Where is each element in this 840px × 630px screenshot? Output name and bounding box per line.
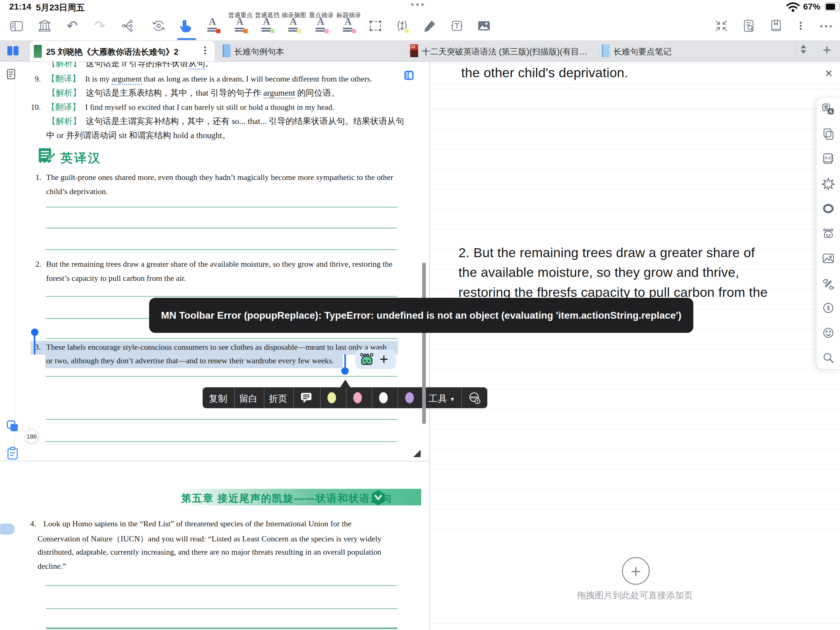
sidebar-drag-handle[interactable] [0,524,15,535]
image-tool-button[interactable] [477,18,491,34]
answer-line [46,628,397,629]
note-paragraph-line[interactable]: the available moisture, so they grow and… [458,265,739,280]
answer-line [46,207,397,207]
tab-example-notebook[interactable]: 长难句例句本 [234,46,284,57]
bookmark-button[interactable] [769,18,783,34]
undo-button[interactable]: ↶ [65,18,80,34]
tools-icon[interactable] [821,276,835,290]
close-icon[interactable]: ✕ [825,68,833,79]
search-icon[interactable] [821,351,835,365]
ai-robot-icon[interactable] [359,352,374,367]
tab-thumbnail [602,44,610,57]
sync-settings-button[interactable] [151,18,166,34]
toolbar-handle-dots[interactable]: ••• [411,0,426,10]
library-button[interactable] [37,18,52,34]
document-scrollbar[interactable] [422,263,426,424]
battery-icon [825,2,840,11]
selected-tool-indicator [177,38,196,40]
starburst-icon[interactable] [821,177,835,191]
tools-menu-button[interactable]: 工具 ▼ [429,393,455,405]
annotation-list-icon[interactable] [7,69,15,79]
pen-tool-button[interactable] [422,18,437,34]
excerpt-label: 标题摘录 [327,11,370,19]
add-excerpt-plus[interactable]: + [379,350,388,368]
pane-divider[interactable] [429,62,430,630]
image-icon[interactable] [821,251,835,266]
note-paragraph-line[interactable]: 2. But the remaining trees draw a greate… [458,245,755,260]
copy-pages-icon[interactable] [821,127,835,141]
ai-assistant-chip[interactable]: + [355,350,396,369]
selection-start-handle[interactable] [31,329,38,336]
excerpt-style-pink-button[interactable]: A [314,17,329,35]
answer-line [46,608,397,609]
selection-end-stem[interactable] [344,355,346,369]
blank-button[interactable]: 留白 [239,393,257,405]
tab-thumbnail [223,44,231,57]
doc-ex4-line4: decline.” [38,562,66,571]
currency-icon[interactable]: $ [821,301,835,315]
dictionary-icon[interactable]: A-Z [821,152,835,166]
page-edge-line [14,63,15,461]
excerpt-style-title-button[interactable]: A [341,17,356,35]
tab-active-document[interactable]: 25 刘晓艳《大雁教你语法长难句》2 [30,41,215,62]
translate-icon[interactable]: A [821,102,835,116]
more-horizontal-button[interactable] [818,18,833,34]
redo-button[interactable]: ↷ [92,18,107,34]
doc-ex1-line2: child’s deprivation. [46,187,108,196]
copy-selection-icon[interactable] [6,419,19,432]
doc-ex2-line2: forest’s capacity to pull carbon from th… [46,274,186,283]
excerpt-style-red-button[interactable]: A [206,17,221,35]
tab-grammar-book[interactable]: 十二天突破英语语法 (第三版)(扫描版)(有目录) (武... [422,46,594,57]
highlight-yellow-button[interactable] [327,392,336,403]
status-time: 21:14 [9,2,32,12]
answer-line [46,441,397,442]
highlight-purple-button[interactable] [405,392,414,403]
sidebar-toggle-button[interactable] [9,18,24,34]
reader-split-icon[interactable] [404,71,414,80]
doc-ex4-line3: distributed, adaptable, currently increa… [38,548,381,557]
split-view-icon[interactable] [7,45,19,56]
doc-ex3-line1[interactable]: 3.These labels encourage style-conscious… [35,343,387,352]
chevron-down-icon: ▼ [450,396,455,402]
copy-button[interactable]: 复制 [209,393,227,405]
excerpt-style-yellow-button[interactable]: A [287,17,301,35]
comment-icon[interactable] [300,392,312,403]
highlight-white-button[interactable] [379,392,388,403]
mindmap-link-button[interactable] [120,18,135,34]
tab-menu-button[interactable] [204,45,206,56]
selection-end-handle[interactable] [341,367,349,375]
excerpt-style-orange-button[interactable]: A [233,17,248,35]
clipboard-icon[interactable] [6,446,19,460]
note-line-top[interactable]: the other child's deprivation. [461,65,628,80]
tab-sort-button[interactable] [801,44,806,54]
note-tools-panel: A A-Z $ [816,98,840,369]
document-search-button[interactable] [741,18,756,34]
fold-button[interactable]: 折页 [269,393,287,405]
doc-ex3-line2[interactable]: or two, although they don’t advertise th… [46,356,334,366]
page-number-badge[interactable]: 186 [25,429,39,443]
add-page-button[interactable]: + [622,557,650,585]
hand-tool-button[interactable] [178,18,193,34]
highlight-pink-button[interactable] [353,392,362,403]
doc-ex2-line1: 2.But the remaining trees draw a greater… [35,260,392,269]
marquee-select-button[interactable] [368,18,383,34]
selection-start-stem[interactable] [34,335,35,355]
resize-corner-handle[interactable] [413,450,421,457]
doc-item10-translation: 10.【翻译】I find myself so excited that I c… [31,101,334,112]
robot-icon[interactable] [821,226,835,241]
collapse-fullscreen-button[interactable] [714,18,729,34]
doc-ex1-line1: 1.The guilt-prone ones shared more, even… [35,173,393,182]
doc-item10-analysis: 【解析】这句话是主谓宾宾补结构，其中，还有 so... that... 引导的结… [47,116,404,127]
doc-ex4-line1: 4.Look up Homo sapiens in the “Red List”… [30,519,351,529]
emoji-icon[interactable] [821,326,835,340]
selection-popup-toolbar: 复制 留白 折页 工具 ▼ www ? [203,387,487,408]
web-lookup-icon[interactable]: www ? [467,391,481,405]
more-vertical-button[interactable] [793,18,808,34]
tab-key-notes[interactable]: 长难句要点笔记 [613,46,671,57]
circle-shape-icon[interactable] [821,201,835,216]
answer-line [46,376,397,377]
text-tool-button[interactable] [450,18,464,34]
excerpt-style-green-button[interactable]: A [260,17,275,35]
expand-excerpt-button[interactable] [395,18,409,34]
add-tab-button[interactable]: + [823,41,831,58]
